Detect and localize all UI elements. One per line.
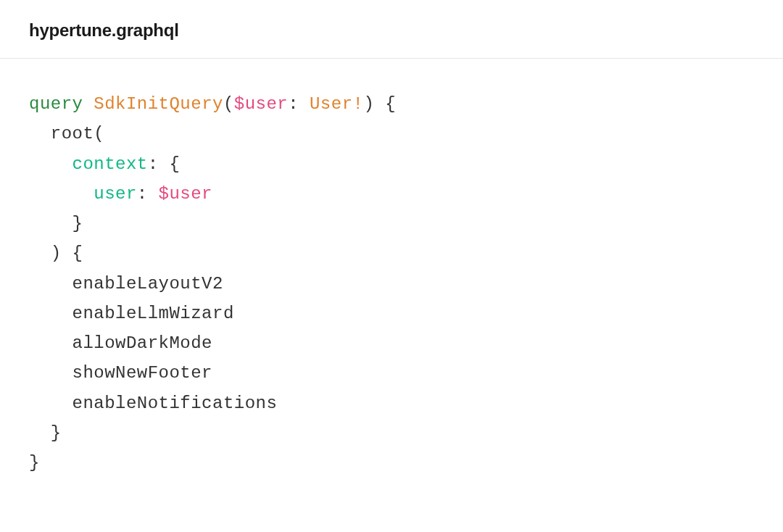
paren-open: ( [223,94,234,114]
paren-open: ( [94,124,104,144]
func-root: root [51,124,94,144]
code-line-3: context: { [29,154,180,174]
code-line-11: enableNotifications [29,394,277,413]
colon: : [137,184,159,204]
indent [29,423,51,443]
field-allowDarkMode: allowDarkMode [72,333,212,353]
code-line-2: root( [29,124,104,144]
indent [29,304,72,323]
indent [29,124,51,144]
field-enableLayoutV2: enableLayoutV2 [72,274,223,294]
code-line-6: ) { [29,244,83,263]
indent [29,394,72,413]
space [83,94,94,114]
brace-close: } [72,214,83,233]
code-line-5: } [29,214,83,233]
field-user: user [94,184,137,204]
indent [29,333,72,353]
indent [29,274,72,294]
brace-open: { [374,94,396,114]
code-line-4: user: $user [29,184,212,204]
variable-user: $user [234,94,288,114]
indent [29,244,51,263]
code-line-13: } [29,453,40,473]
paren-close: ) [363,94,374,114]
type-user: User! [310,94,363,114]
indent [29,154,72,174]
filename: hypertune.graphql [29,20,754,41]
colon-brace: : { [148,154,181,174]
indent [29,363,72,383]
field-context: context [72,154,148,174]
file-header: hypertune.graphql [0,0,783,59]
code-block: query SdkInitQuery($user: User!) { root(… [0,59,783,508]
keyword-query: query [29,94,83,114]
brace-close: } [29,453,40,473]
field-enableLlmWizard: enableLlmWizard [72,304,234,323]
code-line-9: allowDarkMode [29,333,212,353]
field-showNewFooter: showNewFooter [72,363,212,383]
indent [29,184,94,204]
indent [29,214,72,233]
code-line-1: query SdkInitQuery($user: User!) { [29,94,396,114]
field-enableNotifications: enableNotifications [72,394,278,413]
code-line-8: enableLlmWizard [29,304,234,323]
brace-close: } [51,423,62,443]
paren-close-brace: ) { [51,244,83,263]
variable-user-ref: $user [159,184,212,204]
code-line-10: showNewFooter [29,363,212,383]
operation-name: SdkInitQuery [94,94,223,114]
colon: : [288,94,310,114]
code-line-7: enableLayoutV2 [29,274,223,294]
code-line-12: } [29,423,62,443]
